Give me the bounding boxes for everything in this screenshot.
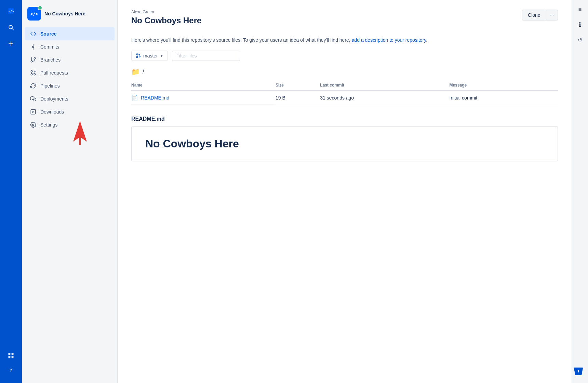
path-label: /: [143, 69, 144, 75]
sidebar-item-pipelines-label: Pipelines: [40, 83, 60, 89]
help-button[interactable]: ?: [6, 365, 16, 375]
file-doc-icon: 📄: [131, 94, 138, 101]
sidebar-nav: Source Commits Branches Pull requests: [22, 27, 117, 131]
readme-heading: No Cowboys Here: [145, 137, 544, 150]
branch-name: master: [143, 53, 158, 58]
branch-chevron-icon: ▼: [160, 54, 163, 58]
svg-rect-4: [12, 356, 14, 358]
file-name-cell: 📄 README.md: [131, 91, 276, 105]
file-size-cell: 19 B: [276, 91, 320, 105]
col-size: Size: [276, 80, 320, 91]
svg-rect-2: [12, 353, 14, 355]
svg-rect-1: [9, 353, 11, 355]
svg-rect-3: [9, 356, 11, 358]
grid-button[interactable]: [4, 349, 18, 362]
sidebar-item-source[interactable]: Source: [25, 27, 115, 40]
bitbucket-logo-icon[interactable]: </>: [4, 4, 18, 18]
main-area: Alexa Green No Cowboys Here Clone ··· He…: [118, 0, 588, 383]
sidebar-item-deployments[interactable]: Deployments: [25, 92, 115, 105]
description-link[interactable]: add a description to your repository: [352, 37, 426, 43]
svg-point-20: [32, 124, 34, 126]
repo-header: </> No Cowboys Here: [22, 3, 117, 25]
sidebar-item-downloads-label: Downloads: [40, 109, 64, 115]
create-button[interactable]: [4, 37, 18, 51]
readme-preview: No Cowboys Here: [131, 126, 558, 161]
svg-text:</>: </>: [9, 10, 14, 13]
col-message: Message: [450, 80, 558, 91]
more-options-button[interactable]: ···: [546, 10, 558, 21]
toolbar-row: master ▼: [131, 51, 558, 61]
file-last-commit-cell: 31 seconds ago: [320, 91, 449, 105]
sidebar-item-commits-label: Commits: [40, 44, 59, 50]
content-area: Alexa Green No Cowboys Here Clone ··· He…: [118, 0, 572, 383]
description-text: Here's where you'll find this repository…: [131, 36, 558, 44]
bitbucket-bottom-logo[interactable]: [574, 367, 583, 378]
repo-name: No Cowboys Here: [44, 11, 85, 16]
branch-selector[interactable]: master ▼: [131, 51, 168, 61]
col-name: Name: [131, 80, 276, 91]
repo-badge: [38, 5, 42, 10]
sidebar: </> No Cowboys Here Source Commits Branc…: [22, 0, 118, 383]
col-last-commit: Last commit: [320, 80, 449, 91]
sidebar-item-settings[interactable]: Settings: [25, 118, 115, 131]
sidebar-item-source-label: Source: [40, 31, 56, 37]
sidebar-item-commits[interactable]: Commits: [25, 40, 115, 53]
panel-refresh-button[interactable]: ↺: [575, 34, 586, 45]
file-tree-header: 📁 /: [131, 68, 558, 76]
panel-info-button[interactable]: ℹ: [575, 19, 586, 30]
sidebar-item-branches-label: Branches: [40, 57, 61, 63]
icon-bar: </> ?: [0, 0, 22, 383]
clone-button[interactable]: Clone: [522, 10, 546, 21]
breadcrumb-user: Alexa Green: [131, 10, 201, 14]
file-name-link[interactable]: README.md: [141, 95, 169, 101]
sidebar-item-pull-requests[interactable]: Pull requests: [25, 66, 115, 79]
action-buttons: Clone ···: [522, 10, 558, 21]
file-message-cell: Initial commit: [450, 91, 558, 105]
folder-icon: 📁: [131, 68, 140, 76]
right-panel: ≡ ℹ ↺: [572, 0, 588, 383]
filter-files-input[interactable]: [172, 51, 240, 61]
sidebar-item-downloads[interactable]: Downloads: [25, 105, 115, 118]
sidebar-item-deployments-label: Deployments: [40, 96, 68, 102]
sidebar-item-branches[interactable]: Branches: [25, 53, 115, 66]
search-button[interactable]: [4, 21, 18, 34]
table-row: 📄 README.md 19 B 31 seconds ago Initial …: [131, 91, 558, 105]
repo-icon: </>: [27, 7, 41, 21]
sidebar-item-settings-label: Settings: [40, 122, 58, 128]
page-title-row: Alexa Green No Cowboys Here Clone ···: [131, 10, 558, 31]
sidebar-item-pull-requests-label: Pull requests: [40, 70, 68, 76]
sidebar-item-pipelines[interactable]: Pipelines: [25, 79, 115, 92]
panel-list-button[interactable]: ≡: [575, 4, 586, 15]
file-table: Name Size Last commit Message 📄 README.m…: [131, 80, 558, 105]
readme-title: README.md: [131, 116, 558, 122]
page-title: No Cowboys Here: [131, 16, 201, 25]
